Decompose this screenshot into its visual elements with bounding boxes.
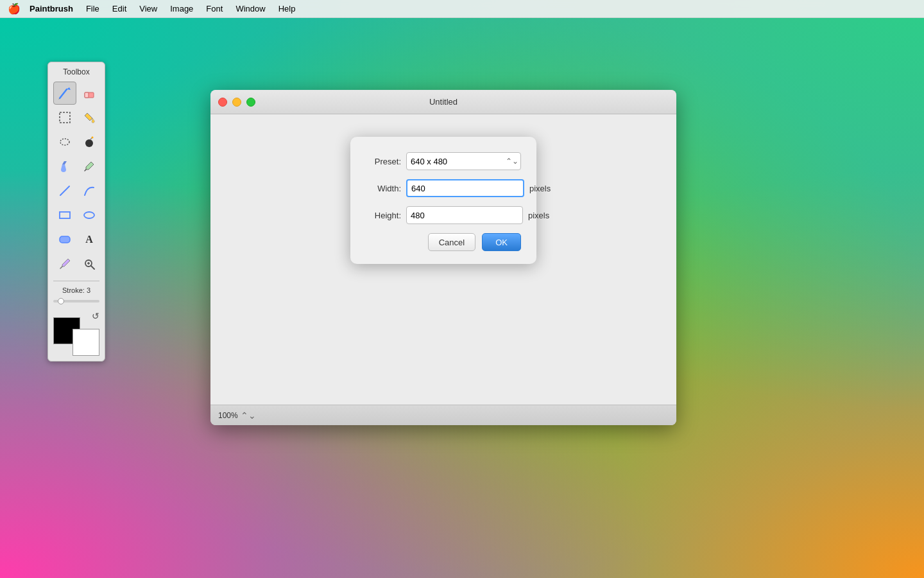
preset-select[interactable]: 640 x 480 800 x 600 1024 x 768 1280 x 72… xyxy=(406,152,521,170)
tool-lasso[interactable] xyxy=(53,130,76,153)
tool-eyedropper2[interactable] xyxy=(78,155,101,178)
apple-icon: 🍎 xyxy=(8,3,21,15)
new-image-dialog: Preset: 640 x 480 800 x 600 1024 x 768 1… xyxy=(350,137,536,264)
window-footer: 100% ⌃⌄ xyxy=(210,405,676,425)
window-titlebar: Untitled xyxy=(210,90,676,114)
main-window: Untitled Preset: 640 x 480 800 x 600 102… xyxy=(210,90,676,425)
menubar-font[interactable]: Font xyxy=(200,0,229,18)
dialog-buttons: Cancel OK xyxy=(366,233,521,251)
tool-eyedropper[interactable] xyxy=(53,252,76,276)
tool-fill[interactable] xyxy=(78,106,101,129)
height-unit-label: pixels xyxy=(528,211,549,220)
stroke-label: Stroke: 3 xyxy=(53,286,99,294)
zoom-stepper-icon[interactable]: ⌃⌄ xyxy=(241,410,256,421)
svg-line-10 xyxy=(60,267,62,268)
tool-bomb[interactable] xyxy=(78,130,101,153)
tool-ellipse[interactable] xyxy=(78,204,101,227)
svg-point-5 xyxy=(92,137,94,139)
tool-eraser[interactable] xyxy=(78,82,101,105)
tool-paintbrush[interactable] xyxy=(53,82,76,105)
tool-text[interactable]: A xyxy=(78,228,101,251)
svg-rect-1 xyxy=(85,92,89,98)
tool-line[interactable] xyxy=(53,179,76,202)
tool-bucket[interactable] xyxy=(53,155,76,178)
height-input[interactable] xyxy=(406,206,523,224)
menubar-image[interactable]: Image xyxy=(164,0,200,18)
svg-point-8 xyxy=(84,212,94,218)
ok-button[interactable]: OK xyxy=(482,233,521,251)
svg-rect-7 xyxy=(60,212,70,218)
svg-line-12 xyxy=(91,266,94,269)
menubar-edit[interactable]: Edit xyxy=(106,0,133,18)
menubar-file[interactable]: File xyxy=(80,0,106,18)
svg-point-3 xyxy=(60,139,69,145)
window-minimize-button[interactable] xyxy=(232,98,241,107)
window-canvas-area[interactable]: Preset: 640 x 480 800 x 600 1024 x 768 1… xyxy=(210,114,676,405)
svg-point-4 xyxy=(85,139,93,147)
stroke-section: Stroke: 3 xyxy=(53,281,99,306)
svg-rect-2 xyxy=(60,112,70,123)
window-close-button[interactable] xyxy=(218,98,227,107)
apple-menu[interactable]: 🍎 xyxy=(5,0,23,18)
stroke-slider[interactable] xyxy=(53,297,99,306)
background-color-swatch[interactable] xyxy=(73,329,99,356)
color-section: ↺ xyxy=(53,311,99,356)
window-maximize-button[interactable] xyxy=(246,98,255,107)
preset-row: Preset: 640 x 480 800 x 600 1024 x 768 1… xyxy=(366,152,521,170)
width-row: Width: pixels xyxy=(366,179,521,197)
zoom-level: 100% xyxy=(218,411,238,420)
height-row: Height: pixels xyxy=(366,206,521,224)
menubar-help[interactable]: Help xyxy=(272,0,302,18)
width-unit-label: pixels xyxy=(529,184,551,193)
window-title: Untitled xyxy=(429,97,458,107)
tool-grid: A xyxy=(53,82,99,276)
svg-line-6 xyxy=(60,186,69,195)
tool-rounded-rect[interactable] xyxy=(53,228,76,251)
window-buttons xyxy=(218,98,255,107)
svg-rect-9 xyxy=(60,236,70,243)
preset-label: Preset: xyxy=(366,157,401,166)
zoom-control: 100% ⌃⌄ xyxy=(218,410,256,421)
width-label: Width: xyxy=(366,184,401,193)
cancel-button[interactable]: Cancel xyxy=(428,233,475,251)
menubar: 🍎 Paintbrush File Edit View Image Font W… xyxy=(0,0,924,18)
height-label: Height: xyxy=(366,211,401,220)
toolbox-title: Toolbox xyxy=(53,67,99,76)
tool-rectangle[interactable] xyxy=(53,204,76,227)
menubar-window[interactable]: Window xyxy=(229,0,271,18)
menubar-view[interactable]: View xyxy=(133,0,164,18)
toolbox: Toolbox xyxy=(47,62,105,362)
preset-select-wrapper[interactable]: 640 x 480 800 x 600 1024 x 768 1280 x 72… xyxy=(406,152,521,170)
tool-selection[interactable] xyxy=(53,106,76,129)
tool-curve[interactable] xyxy=(78,179,101,202)
swap-colors-icon[interactable]: ↺ xyxy=(92,311,99,321)
width-input[interactable] xyxy=(406,179,524,197)
menubar-app-name[interactable]: Paintbrush xyxy=(23,0,80,18)
tool-zoom[interactable] xyxy=(78,252,101,276)
